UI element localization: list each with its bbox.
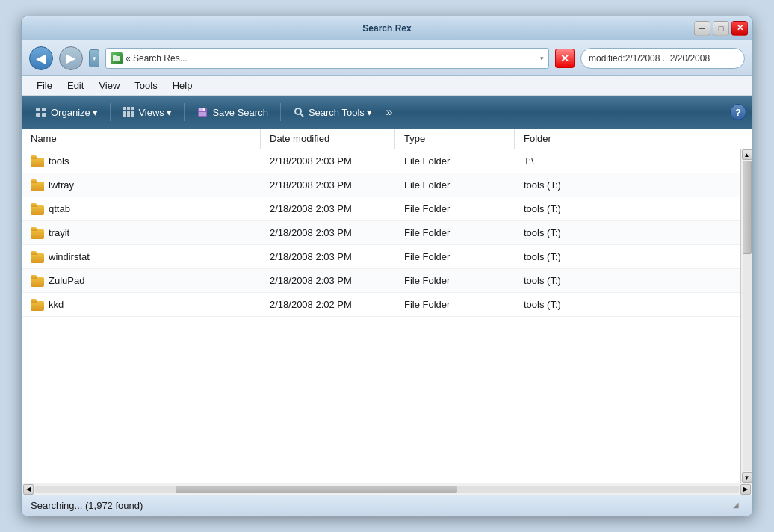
toolbar-more-button[interactable]: » (383, 102, 395, 122)
svg-rect-12 (131, 114, 134, 117)
svg-rect-5 (127, 107, 130, 110)
file-date-cell: 2/18/2008 2:03 PM (261, 173, 395, 197)
svg-rect-6 (131, 107, 134, 110)
file-type-cell: File Folder (395, 197, 515, 220)
file-type-cell: File Folder (395, 269, 515, 292)
table-row[interactable]: lwtray 2/18/2008 2:03 PM File Folder too… (22, 173, 740, 197)
file-name: kkd (49, 299, 64, 310)
table-row[interactable]: ZuluPad 2/18/2008 2:03 PM File Folder to… (22, 269, 740, 293)
file-name-cell: kkd (22, 293, 261, 316)
file-folder: tools (T:) (524, 227, 561, 238)
file-type: File Folder (404, 227, 450, 238)
file-folder: tools (T:) (524, 275, 561, 286)
views-label: Views ▾ (138, 107, 172, 118)
file-date-cell: 2/18/2008 2:03 PM (261, 197, 395, 220)
file-date-cell: 2/18/2008 2:03 PM (261, 245, 395, 268)
nav-dropdown-button[interactable]: ▾ (89, 49, 99, 67)
h-scroll-thumb[interactable] (176, 486, 457, 493)
organize-button[interactable]: Organize ▾ (28, 99, 105, 125)
file-folder-cell: tools (T:) (515, 197, 740, 220)
file-folder: tools (T:) (524, 299, 561, 310)
menu-help[interactable]: Help (165, 78, 200, 93)
toolbar-sep-1 (110, 103, 111, 121)
file-folder-cell: tools (T:) (515, 173, 740, 197)
file-date: 2/18/2008 2:03 PM (270, 251, 352, 262)
scroll-thumb[interactable] (743, 161, 752, 254)
toolbar-help-button[interactable]: ? (730, 104, 746, 120)
file-type-cell: File Folder (395, 149, 515, 173)
file-name: ZuluPad (49, 275, 84, 286)
title-bar: Search Rex ─ □ ✕ (22, 16, 752, 40)
table-row[interactable]: windirstat 2/18/2008 2:03 PM File Folder… (22, 245, 740, 269)
scroll-down-button[interactable]: ▼ (742, 472, 752, 483)
folder-icon (31, 251, 44, 263)
col-header-type[interactable]: Type (395, 129, 515, 149)
svg-rect-16 (203, 108, 205, 111)
menu-edit[interactable]: Edit (60, 78, 91, 93)
menu-view[interactable]: View (91, 78, 127, 93)
col-header-folder[interactable]: Folder (515, 129, 752, 149)
col-header-date[interactable]: Date modified (261, 129, 395, 149)
svg-rect-2 (36, 113, 40, 117)
table-row[interactable]: qttab 2/18/2008 2:03 PM File Folder tool… (22, 197, 740, 221)
h-scroll-track[interactable] (35, 486, 739, 493)
toolbar-sep-3 (280, 103, 281, 121)
file-folder-cell: tools (T:) (515, 221, 740, 244)
maximize-button[interactable]: □ (713, 21, 729, 36)
file-date: 2/18/2008 2:03 PM (270, 203, 352, 214)
menu-file[interactable]: File (29, 78, 60, 93)
folder-icon (31, 227, 44, 239)
save-search-button[interactable]: Save Search (189, 99, 275, 125)
path-icon (111, 52, 123, 64)
address-dropdown-icon[interactable]: ▾ (540, 55, 544, 62)
file-name-cell: lwtray (22, 173, 261, 197)
address-cancel-button[interactable]: ✕ (555, 49, 575, 68)
toolbar: Organize ▾ Views ▾ (22, 96, 752, 129)
file-date: 2/18/2008 2:03 PM (270, 179, 352, 191)
scroll-track[interactable] (743, 161, 752, 471)
search-tools-button[interactable]: Search Tools ▾ (285, 99, 380, 125)
file-folder: tools (T:) (524, 251, 561, 262)
menu-bar: File Edit View Tools Help (22, 76, 752, 96)
h-scroll-left-button[interactable]: ◀ (23, 484, 34, 495)
scroll-up-button[interactable]: ▲ (742, 149, 752, 160)
file-type-cell: File Folder (395, 221, 515, 244)
folder-icon (31, 203, 44, 215)
file-type: File Folder (404, 203, 450, 214)
search-input[interactable] (580, 48, 745, 69)
file-name: qttab (49, 203, 70, 214)
file-date: 2/18/2008 2:03 PM (270, 155, 352, 167)
h-scroll-right-button[interactable]: ▶ (740, 484, 751, 495)
file-name: tools (49, 155, 69, 167)
address-bar: ◀ ▶ ▾ « Search Res... ▾ ✕ (22, 40, 752, 76)
file-name: trayit (49, 227, 69, 238)
toolbar-sep-2 (184, 103, 185, 121)
file-folder: T:\ (524, 155, 534, 167)
menu-tools[interactable]: Tools (127, 78, 164, 93)
svg-rect-11 (127, 114, 130, 117)
svg-rect-8 (127, 111, 130, 114)
save-search-label: Save Search (212, 107, 267, 118)
window-title: Search Rex (362, 23, 411, 34)
forward-button[interactable]: ▶ (59, 46, 83, 70)
file-name-cell: ZuluPad (22, 269, 261, 292)
svg-rect-4 (123, 107, 126, 110)
resize-handle[interactable]: ◢ (733, 501, 743, 511)
column-header-row: Name Date modified Type Folder (22, 129, 752, 149)
table-row[interactable]: kkd 2/18/2008 2:02 PM File Folder tools … (22, 293, 740, 317)
close-button[interactable]: ✕ (731, 21, 748, 36)
table-row[interactable]: tools 2/18/2008 2:03 PM File Folder T:\ (22, 149, 740, 173)
views-button[interactable]: Views ▾ (115, 99, 179, 125)
address-path-box: « Search Res... ▾ (105, 48, 549, 69)
horizontal-scrollbar: ◀ ▶ (22, 483, 752, 495)
svg-rect-15 (199, 112, 206, 116)
file-type: File Folder (404, 251, 450, 262)
file-type-cell: File Folder (395, 173, 515, 197)
file-folder-cell: tools (T:) (515, 269, 740, 292)
file-date-cell: 2/18/2008 2:03 PM (261, 149, 395, 173)
table-row[interactable]: trayit 2/18/2008 2:03 PM File Folder too… (22, 221, 740, 245)
col-header-name[interactable]: Name (22, 129, 261, 149)
back-button[interactable]: ◀ (29, 46, 53, 70)
file-folder-cell: tools (T:) (515, 293, 740, 316)
minimize-button[interactable]: ─ (694, 21, 710, 36)
